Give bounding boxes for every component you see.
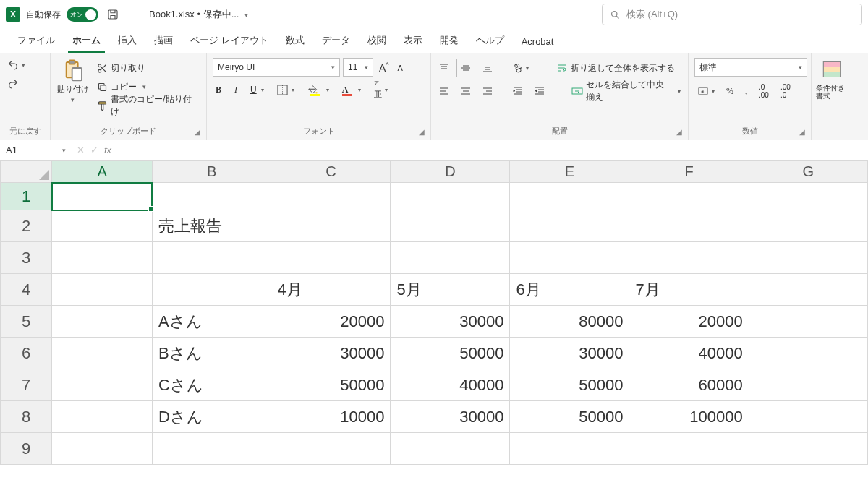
cell-E5[interactable]: 80000 (510, 306, 629, 338)
row-header-2[interactable]: 2 (1, 210, 52, 242)
font-color-button[interactable]: A▾ (339, 81, 365, 98)
cell-A2[interactable] (52, 210, 153, 242)
underline-button[interactable]: U▾ (247, 81, 267, 98)
align-right-button[interactable] (479, 82, 496, 100)
col-header-G[interactable]: G (749, 161, 867, 183)
tab-view[interactable]: 表示 (396, 30, 430, 53)
cell-E6[interactable]: 30000 (510, 338, 629, 369)
decrease-font-button[interactable]: Aˇ (395, 59, 408, 76)
row-header-9[interactable]: 9 (1, 433, 52, 465)
row-header-3[interactable]: 3 (1, 242, 52, 274)
undo-button[interactable]: ▾ (4, 56, 28, 74)
cell-C3[interactable] (271, 242, 391, 274)
autosave-toggle[interactable]: オン (67, 7, 98, 22)
orientation-button[interactable]: ab▾ (511, 59, 532, 77)
dialog-launcher-icon[interactable]: ◢ (195, 128, 203, 137)
spreadsheet-grid[interactable]: A B C D E F G 1 2 売上報告 3 4 4月 5月 6月 7月 5… (0, 160, 868, 465)
cell-F6[interactable]: 40000 (629, 338, 749, 369)
tab-developer[interactable]: 開発 (433, 30, 466, 53)
cell-A5[interactable] (52, 306, 153, 338)
decrease-indent-button[interactable] (509, 82, 527, 100)
fill-color-button[interactable]: ▾ (305, 81, 332, 98)
cell-D7[interactable]: 40000 (391, 369, 510, 401)
fx-icon[interactable]: fx (104, 145, 111, 155)
enter-icon[interactable]: ✓ (90, 145, 98, 155)
cell-F5[interactable]: 20000 (629, 306, 749, 338)
col-header-E[interactable]: E (510, 161, 629, 183)
cell-A7[interactable] (52, 369, 153, 401)
tab-acrobat[interactable]: Acrobat (514, 32, 561, 53)
name-box[interactable]: A1▾ (0, 140, 72, 160)
row-header-4[interactable]: 4 (1, 274, 52, 306)
cell-B6[interactable]: Bさん (152, 338, 271, 369)
borders-button[interactable]: ▾ (274, 81, 297, 98)
accounting-format-button[interactable]: ¥▾ (694, 82, 718, 100)
align-top-button[interactable] (435, 59, 453, 77)
ruby-button[interactable]: ア亜▾ (371, 81, 391, 98)
cell-A9[interactable] (52, 433, 153, 465)
cell-D8[interactable]: 30000 (391, 401, 510, 433)
cell-F9[interactable] (629, 433, 749, 465)
tab-formulas[interactable]: 数式 (278, 30, 312, 53)
cell-A6[interactable] (52, 338, 153, 369)
align-center-button[interactable] (457, 82, 475, 100)
font-size-combo[interactable]: 11▾ (343, 58, 373, 77)
cell-G6[interactable] (749, 338, 867, 369)
tab-review[interactable]: 校閲 (360, 30, 393, 53)
cell-E9[interactable] (510, 433, 629, 465)
cell-B8[interactable]: Dさん (152, 401, 271, 433)
comma-button[interactable]: , (742, 82, 750, 100)
cell-E1[interactable] (510, 183, 629, 210)
cell-G7[interactable] (749, 369, 867, 401)
search-input[interactable]: 検索 (Alt+Q) (602, 4, 862, 25)
cell-F2[interactable] (629, 210, 749, 242)
formula-input[interactable] (116, 140, 868, 160)
align-middle-button[interactable] (457, 59, 475, 77)
cut-button[interactable]: 切り取り (93, 59, 202, 77)
cell-F8[interactable]: 100000 (629, 401, 749, 433)
row-header-1[interactable]: 1 (1, 183, 52, 210)
cell-E3[interactable] (510, 242, 629, 274)
cell-G3[interactable] (749, 242, 867, 274)
format-painter-button[interactable]: 書式のコピー/貼り付け (93, 97, 202, 114)
align-left-button[interactable] (435, 82, 453, 100)
align-bottom-button[interactable] (479, 59, 496, 77)
row-header-8[interactable]: 8 (1, 401, 52, 433)
cell-F1[interactable] (629, 183, 749, 210)
cell-G1[interactable] (749, 183, 867, 210)
col-header-A[interactable]: A (52, 161, 153, 183)
document-title[interactable]: Book1.xlsx • 保存中... ▾ (149, 8, 248, 21)
cell-G2[interactable] (749, 210, 867, 242)
wrap-text-button[interactable]: 折り返して全体を表示する (553, 59, 678, 77)
cell-G5[interactable] (749, 306, 867, 338)
cancel-icon[interactable]: ✕ (77, 145, 85, 155)
cell-C7[interactable]: 50000 (271, 369, 391, 401)
cell-C2[interactable] (271, 210, 391, 242)
row-header-7[interactable]: 7 (1, 369, 52, 401)
col-header-D[interactable]: D (391, 161, 510, 183)
conditional-formatting-button[interactable]: 条件付き書式 (816, 56, 851, 100)
cell-E4[interactable]: 6月 (510, 274, 629, 306)
italic-button[interactable]: I (231, 81, 240, 98)
save-icon[interactable] (104, 6, 122, 23)
increase-decimal-button[interactable]: .0.00 (756, 82, 772, 100)
cell-C1[interactable] (271, 183, 391, 210)
cell-A3[interactable] (52, 242, 153, 274)
col-header-B[interactable]: B (152, 161, 271, 183)
merge-center-button[interactable]: セルを結合して中央揃え▾ (569, 82, 684, 100)
cell-F4[interactable]: 7月 (629, 274, 749, 306)
cell-C8[interactable]: 10000 (271, 401, 391, 433)
cell-C9[interactable] (271, 433, 391, 465)
cell-E2[interactable] (510, 210, 629, 242)
tab-data[interactable]: データ (315, 30, 357, 53)
cell-A4[interactable] (52, 274, 153, 306)
bold-button[interactable]: B (213, 81, 224, 98)
cell-D1[interactable] (391, 183, 510, 210)
increase-font-button[interactable]: A^ (376, 59, 392, 76)
cell-B4[interactable] (152, 274, 271, 306)
percent-button[interactable]: % (723, 82, 736, 100)
tab-page-layout[interactable]: ページ レイアウト (183, 30, 276, 53)
row-header-6[interactable]: 6 (1, 338, 52, 369)
cell-G9[interactable] (749, 433, 867, 465)
tab-draw[interactable]: 描画 (147, 30, 180, 53)
